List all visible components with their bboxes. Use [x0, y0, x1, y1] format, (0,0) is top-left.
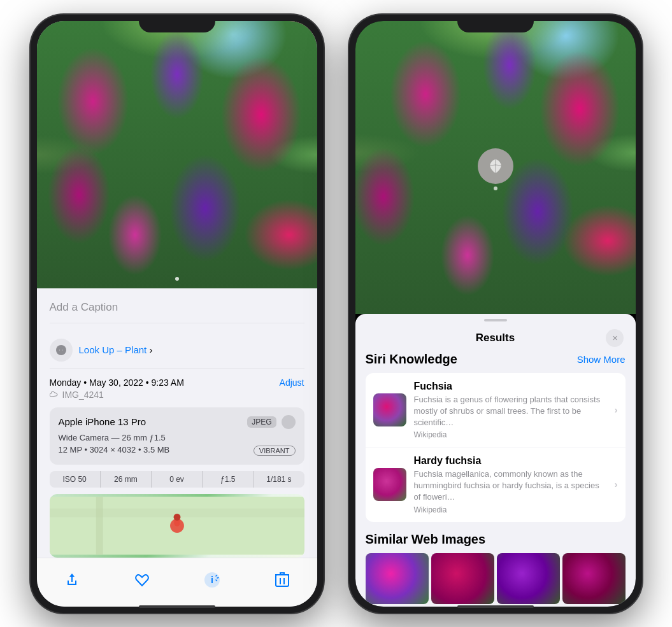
svg-rect-10: [276, 575, 289, 586]
device-card: Apple iPhone 13 Pro JPEG Wide Camera — 2…: [50, 407, 304, 465]
fuchsia-text: Fuchsia Fuchsia is a genus of flowering …: [414, 381, 607, 440]
flower-photo-2: [355, 21, 636, 314]
phone-1: Add a Caption Look Up – Plant › Monda: [31, 15, 324, 613]
fuchsia-desc: Fuchsia is a genus of flowering plants t…: [414, 394, 607, 429]
adjust-button[interactable]: Adjust: [280, 377, 304, 388]
similar-title: Similar Web Images: [366, 532, 626, 547]
bottom-toolbar: i: [37, 558, 317, 607]
siri-knowledge-header: Siri Knowledge Show More: [366, 352, 626, 367]
fuchsia-chevron: ›: [615, 405, 618, 415]
siri-leaf-icon: [486, 157, 505, 176]
camera-specs: Wide Camera — 26 mm ƒ1.5: [59, 433, 296, 442]
knowledge-card: Fuchsia Fuchsia is a genus of flowering …: [366, 373, 626, 522]
map-preview[interactable]: [50, 494, 304, 558]
filename-text: IMG_4241: [62, 390, 104, 400]
flower-bg-1: [37, 21, 317, 288]
settings-icon: [282, 415, 296, 429]
home-indicator-2: [457, 605, 534, 608]
exif-focal: 26 mm: [101, 471, 152, 488]
exif-aperture: ƒ1.5: [203, 471, 254, 488]
caption-field[interactable]: Add a Caption: [50, 299, 304, 323]
results-content: Siri Knowledge Show More Fuchsia Fuchsia…: [355, 352, 636, 607]
similar-section: Similar Web Images: [366, 532, 626, 604]
close-icon: ×: [612, 333, 617, 343]
delete-button[interactable]: [268, 566, 296, 594]
spec-row: 12 MP • 3024 × 4032 • 3.5 MB VIBRANT: [59, 445, 296, 457]
metadata-section: Monday • May 30, 2022 • 9:23 AM Adjust I…: [50, 377, 304, 400]
exif-row: ISO 50 26 mm 0 ev ƒ1.5 1/181 s: [50, 471, 304, 488]
sparkle-info-icon: i: [203, 571, 221, 589]
hardy-desc: Fuchsia magellanica, commonly known as t…: [414, 468, 607, 504]
device-name: Apple iPhone 13 Pro: [59, 416, 147, 427]
map-svg: [50, 494, 304, 558]
device-row: Apple iPhone 13 Pro JPEG: [59, 415, 296, 429]
hardy-source: Wikipedia: [414, 505, 607, 514]
exif-iso: ISO 50: [50, 471, 101, 488]
siri-dot: [494, 187, 497, 190]
share-button[interactable]: [58, 566, 86, 594]
similar-image-1[interactable]: [366, 553, 429, 604]
similar-image-2[interactable]: [431, 553, 494, 604]
similar-image-3[interactable]: [497, 553, 560, 604]
hardy-name: Hardy fuchsia: [414, 455, 607, 467]
close-button[interactable]: ×: [606, 329, 624, 347]
fuchsia-name: Fuchsia: [414, 381, 607, 392]
knowledge-item-fuchsia[interactable]: Fuchsia Fuchsia is a genus of flowering …: [366, 373, 626, 448]
results-panel: Results × Siri Knowledge Show More Fuc: [355, 314, 636, 607]
svg-point-1: [59, 348, 62, 351]
siri-visual-button[interactable]: [478, 148, 513, 184]
svg-rect-4: [96, 497, 103, 554]
similar-image-4[interactable]: [562, 553, 626, 604]
siri-eye-icon: [50, 339, 73, 362]
fuchsia-thumbnail: [373, 393, 406, 426]
hardy-text: Hardy fuchsia Fuchsia magellanica, commo…: [414, 455, 607, 514]
hardy-thumbnail: [373, 468, 406, 501]
photo-date: Monday • May 30, 2022 • 9:23 AM: [50, 377, 184, 388]
exif-shutter: 1/181 s: [254, 471, 304, 488]
cloud-icon: [50, 391, 60, 398]
info-panel: Add a Caption Look Up – Plant › Monda: [37, 288, 317, 558]
home-indicator-1: [139, 605, 215, 608]
vibrant-badge: VIBRANT: [254, 446, 296, 456]
results-header: Results ×: [355, 321, 636, 352]
share-icon: [64, 572, 80, 588]
phone-2: Results × Siri Knowledge Show More Fuc: [349, 15, 642, 613]
lookup-row[interactable]: Look Up – Plant ›: [50, 332, 304, 369]
show-more-button[interactable]: Show More: [577, 354, 626, 365]
svg-point-7: [173, 513, 180, 520]
lookup-text[interactable]: Look Up – Plant ›: [79, 344, 153, 355]
favorite-button[interactable]: [128, 566, 156, 594]
format-badge: JPEG: [247, 416, 276, 428]
screen-1: Add a Caption Look Up – Plant › Monda: [37, 21, 317, 607]
info-button[interactable]: i: [198, 566, 226, 594]
trash-icon: [275, 572, 289, 588]
exif-ev: 0 ev: [152, 471, 203, 488]
fuchsia-source: Wikipedia: [414, 430, 607, 439]
notch-1: [139, 15, 215, 32]
notch-2: [457, 15, 534, 32]
screen-2: Results × Siri Knowledge Show More Fuc: [355, 21, 636, 607]
siri-knowledge-title: Siri Knowledge: [366, 352, 457, 367]
similar-images-grid: [366, 553, 626, 604]
svg-text:i: i: [211, 575, 213, 585]
knowledge-item-hardy[interactable]: Hardy fuchsia Fuchsia magellanica, commo…: [366, 447, 626, 522]
resolution-text: 12 MP • 3024 × 4032 • 3.5 MB: [59, 445, 170, 454]
date-row: Monday • May 30, 2022 • 9:23 AM Adjust: [50, 377, 304, 388]
hardy-chevron: ›: [615, 479, 618, 490]
heart-icon: [134, 572, 150, 588]
results-title: Results: [476, 332, 515, 344]
device-badges: JPEG: [247, 415, 295, 429]
flower-photo-1: [37, 21, 317, 288]
filename-row: IMG_4241: [50, 390, 304, 400]
photo-dot-indicator: [175, 277, 179, 281]
